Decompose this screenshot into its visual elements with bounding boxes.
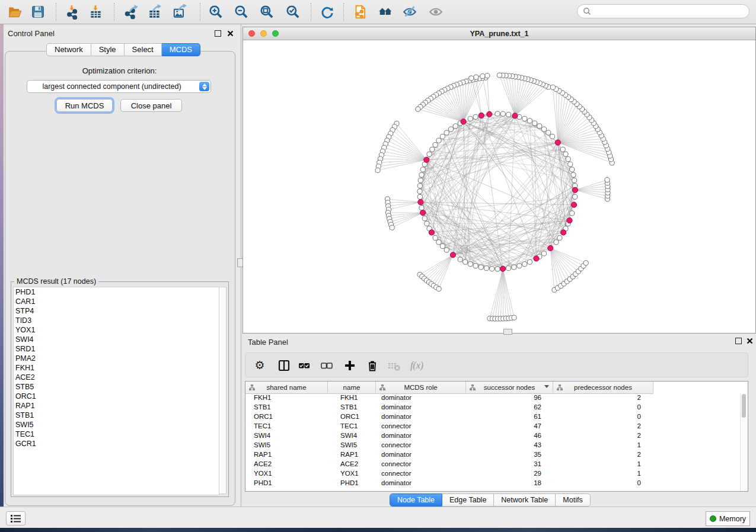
refresh-button[interactable] (318, 3, 337, 21)
mcds-result-item[interactable]: STB5 (14, 382, 219, 392)
add-button[interactable] (341, 357, 359, 374)
table-row[interactable]: PHD1PHD1dominator180 (245, 479, 748, 488)
open-file-button[interactable] (5, 3, 24, 21)
cell-shared-name: TEC1 (254, 422, 271, 430)
toolbar-separator (343, 3, 344, 21)
cell-mcds-role: dominator (381, 413, 412, 420)
column-header-shared-name[interactable]: shared name (245, 382, 328, 393)
cell-name: ORC1 (340, 413, 359, 420)
table-row[interactable]: ORC1ORC1dominator610 (245, 412, 748, 422)
deselect-all-button[interactable] (318, 357, 336, 374)
svg-text:f(x): f(x) (410, 360, 423, 371)
mcds-result-item[interactable]: PHD1 (14, 287, 219, 297)
show-eye-icon (428, 4, 444, 20)
search-input[interactable] (577, 4, 749, 18)
criterion-dropdown[interactable]: largest connected component (undirected) (27, 80, 211, 93)
mcds-result-item[interactable]: SRD1 (14, 344, 219, 354)
delete-button[interactable] (363, 357, 381, 374)
toggle-column-panel-button[interactable] (275, 357, 293, 374)
tab-select[interactable]: Select (125, 43, 162, 56)
export-table-button[interactable] (145, 3, 164, 21)
cell-successor-nodes: 29 (466, 470, 547, 477)
dropdown-stepper-icon (199, 82, 209, 91)
mcds-result-item[interactable]: ORC1 (14, 392, 219, 401)
show-eye-button[interactable] (426, 3, 445, 21)
import-network-button[interactable] (62, 3, 81, 21)
tab-style[interactable]: Style (91, 43, 125, 56)
mcds-result-item[interactable]: PMA2 (14, 354, 219, 363)
export-image-button[interactable] (170, 3, 189, 21)
main-toolbar (0, 0, 756, 24)
table-row[interactable]: FKH1FKH1dominator962 (245, 393, 748, 403)
hide-eye-button[interactable] (400, 3, 419, 21)
table-scrollbar[interactable] (740, 393, 747, 491)
cell-predecessor-nodes: 0 (553, 413, 648, 420)
mcds-result-item[interactable]: STB1 (14, 411, 219, 420)
close-panel-button[interactable]: Close panel (120, 99, 182, 112)
tab-mcds[interactable]: MCDS (162, 43, 200, 56)
tab-motifs[interactable]: Motifs (556, 493, 590, 507)
table-row[interactable]: TEC1TEC1connector472 (245, 422, 748, 431)
mcds-result-item[interactable]: FKH1 (14, 363, 219, 373)
export-table-icon (147, 4, 162, 20)
close-icon[interactable] (227, 30, 234, 37)
table-row[interactable]: RAP1RAP1dominator352 (245, 450, 748, 460)
table-row[interactable]: YOX1YOX1connector291 (245, 469, 748, 479)
mcds-result-item[interactable]: SWI4 (14, 335, 219, 344)
network-canvas[interactable] (243, 40, 755, 333)
mcds-result-item[interactable]: TID3 (14, 316, 219, 325)
cell-predecessor-nodes: 1 (553, 470, 648, 477)
zoom-selected-button[interactable] (283, 3, 302, 21)
table-row[interactable]: SWI4SWI4dominator462 (245, 431, 748, 441)
mcds-list-scrollbar[interactable] (219, 287, 227, 494)
tab-network-table[interactable]: Network Table (494, 493, 556, 507)
column-header-name[interactable]: name (328, 382, 376, 393)
tab-node-table[interactable]: Node Table (390, 493, 442, 507)
mcds-result-item[interactable]: GCR1 (14, 439, 219, 448)
task-history-button[interactable] (6, 511, 25, 525)
tab-network[interactable]: Network (46, 43, 91, 56)
import-table-button[interactable] (86, 3, 105, 21)
mcds-result-list[interactable]: PHD1CAR1STP4TID3YOX1SWI4SRD1PMA2FKH1ACE2… (13, 287, 219, 495)
cell-successor-nodes: 43 (466, 441, 547, 448)
mcds-result-item[interactable]: YOX1 (14, 325, 219, 335)
table-row[interactable]: ACE2ACE2connector311 (245, 460, 748, 469)
zoom-fit-button[interactable] (257, 3, 276, 21)
settings-button[interactable]: ⚙ (251, 357, 269, 374)
toolbar-separator (56, 3, 56, 21)
column-header-predecessor-nodes[interactable]: predecessor nodes (553, 382, 653, 393)
cell-name: PHD1 (340, 479, 359, 486)
export-network-button[interactable] (122, 3, 141, 21)
mcds-result-item[interactable]: CAR1 (14, 297, 219, 306)
cell-successor-nodes: 62 (466, 403, 547, 411)
memory-label: Memory (719, 515, 746, 523)
delete-icon (365, 358, 379, 373)
save-session-button[interactable] (28, 3, 47, 21)
mcds-result-item[interactable]: SWI5 (14, 420, 219, 430)
home-pair-button[interactable] (376, 3, 395, 21)
cell-mcds-role: dominator (381, 451, 412, 458)
mcds-result-item[interactable]: ACE2 (14, 373, 219, 382)
table-row[interactable]: SWI5SWI5connector431 (245, 441, 748, 450)
tab-edge-table[interactable]: Edge Table (442, 493, 494, 507)
mcds-result-item[interactable]: STP4 (14, 306, 219, 316)
column-header-MCDS-role[interactable]: MCDS role (376, 382, 466, 393)
cell-mcds-role: dominator (381, 432, 412, 439)
float-icon[interactable] (735, 338, 742, 344)
float-icon[interactable] (215, 30, 221, 37)
zoom-in-button[interactable] (206, 3, 225, 21)
mcds-result-item[interactable]: RAP1 (14, 401, 219, 411)
column-header-successor-nodes[interactable]: successor nodes (466, 382, 553, 393)
cell-mcds-role: connector (381, 470, 412, 477)
table-row[interactable]: STB1STB1dominator620 (245, 403, 748, 412)
close-icon[interactable] (747, 338, 753, 344)
run-mcds-button[interactable]: Run MCDS (56, 99, 113, 112)
select-all-button[interactable] (295, 357, 313, 374)
add-icon (343, 358, 357, 373)
share-document-button[interactable] (350, 3, 369, 21)
cell-shared-name: ORC1 (254, 413, 273, 420)
memory-button[interactable]: Memory (706, 511, 750, 526)
zoom-out-button[interactable] (232, 3, 251, 21)
delete-table-disabled-icon (387, 358, 401, 373)
mcds-result-item[interactable]: TEC1 (14, 430, 219, 439)
